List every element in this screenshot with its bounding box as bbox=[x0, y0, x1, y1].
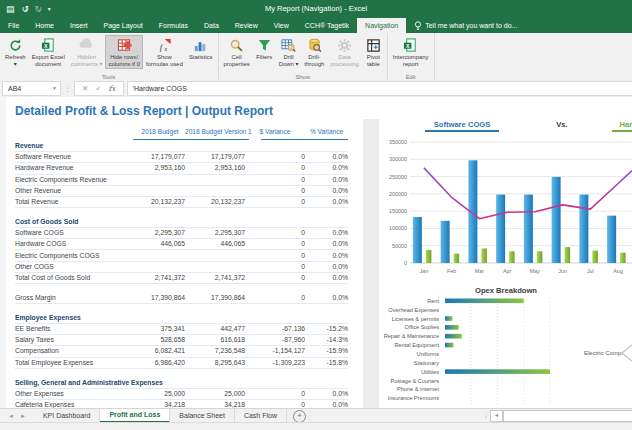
cell-value[interactable]: 0.0% bbox=[305, 251, 348, 261]
table-row-electric-components-cogs[interactable]: Electric Components COGS00.0% bbox=[15, 250, 348, 261]
cell-value[interactable]: 375,341 bbox=[135, 324, 185, 334]
cell-value[interactable]: 0.0% bbox=[305, 228, 348, 238]
cancel-formula-icon[interactable]: ✕ bbox=[82, 84, 88, 93]
table-row-compensation[interactable]: Compensation6,082,4217,236,548-1,154,127… bbox=[15, 346, 348, 357]
ribbon-tab-insert[interactable]: Insert bbox=[62, 18, 96, 33]
ribbon-button-cell[interactable]: Cellproperties bbox=[221, 35, 253, 69]
table-row-salary-taxes[interactable]: Salary Taxes528,658616,618-87,960-14.3% bbox=[15, 335, 348, 346]
cell-value[interactable]: 528,658 bbox=[135, 335, 185, 345]
cell-value[interactable]: 0.0% bbox=[305, 197, 348, 207]
formula-input[interactable]: 'Hardware COGS bbox=[127, 81, 632, 96]
table-row-software-cogs[interactable]: Software COGS2,295,3072,295,30700.0% bbox=[15, 228, 348, 239]
table-row-other-expenses[interactable]: Other Expenses25,00025,00000.0% bbox=[15, 389, 348, 400]
name-box[interactable]: AB4 ▼ bbox=[2, 81, 61, 96]
cell-value[interactable]: -87,960 bbox=[245, 335, 305, 345]
cell-value[interactable]: 0.0% bbox=[305, 186, 348, 196]
ribbon-tab-home[interactable]: Home bbox=[27, 18, 62, 33]
cell-value[interactable]: 0.0% bbox=[305, 262, 348, 272]
enter-formula-icon[interactable]: ✓ bbox=[95, 84, 101, 93]
cell-value[interactable]: 0 bbox=[245, 197, 305, 207]
ribbon-button-hidden[interactable]: Hiddencomments ▾ bbox=[68, 35, 106, 69]
cell-value[interactable]: 0.0% bbox=[305, 389, 348, 399]
cell-value[interactable]: 2,741,372 bbox=[185, 273, 245, 283]
table-row-other-revenue[interactable]: Other Revenue00.0% bbox=[15, 186, 348, 197]
cell-value[interactable]: 0 bbox=[245, 228, 305, 238]
sheet-tab-cash-flow[interactable]: Cash Flow bbox=[235, 409, 287, 423]
sheet-tab-balance-sheet[interactable]: Balance Sheet bbox=[170, 409, 235, 423]
cell-value[interactable]: 17,390,864 bbox=[135, 293, 185, 303]
table-row-total-employee-expenses[interactable]: Total Employee Expenses6,986,4208,295,64… bbox=[15, 358, 348, 369]
ribbon-button-intercompany[interactable]: XIntercompanyreport bbox=[390, 35, 432, 69]
ribbon-button-drill[interactable]: Drill-through bbox=[301, 35, 327, 69]
cell-value[interactable]: 6,986,420 bbox=[135, 358, 185, 368]
cell-value[interactable]: 0 bbox=[245, 389, 305, 399]
sheet-next-icon[interactable]: ► bbox=[20, 413, 26, 419]
cell-value[interactable]: 2,295,307 bbox=[185, 228, 245, 238]
ribbon-button-refresh[interactable]: Refresh▾ bbox=[2, 35, 29, 69]
cell-value[interactable]: 2,295,307 bbox=[135, 228, 185, 238]
cell-value[interactable]: 25,000 bbox=[185, 389, 245, 399]
ribbon-tab-cch-tagetik[interactable]: CCH® Tagetik bbox=[297, 18, 357, 33]
name-box-dropdown-icon[interactable]: ▼ bbox=[52, 82, 57, 95]
ribbon-tab-view[interactable]: View bbox=[266, 18, 297, 33]
ribbon-button-statistics[interactable]: Statistics bbox=[186, 35, 216, 63]
table-row-ee-benefits[interactable]: EE Benefits375,341442,477-67,136-15.2% bbox=[15, 324, 348, 335]
cell-value[interactable]: -15.8% bbox=[305, 358, 348, 368]
scrollbar-thumb[interactable] bbox=[503, 410, 632, 422]
cell-value[interactable]: -1,309,223 bbox=[245, 358, 305, 368]
cell-value[interactable]: 0 bbox=[245, 251, 305, 261]
ribbon-button-export-excel[interactable]: XExport Exceldocument bbox=[29, 35, 68, 69]
cell-value[interactable]: 0.0% bbox=[305, 293, 348, 303]
cell-value[interactable]: 0 bbox=[245, 186, 305, 196]
cell-value[interactable]: 0 bbox=[245, 262, 305, 272]
cell-value[interactable]: 17,179,077 bbox=[185, 152, 245, 162]
ribbon-tab-formulas[interactable]: Formulas bbox=[151, 18, 196, 33]
ribbon-tab-file[interactable]: File bbox=[0, 18, 27, 33]
ribbon-button-show[interactable]: fxShowformulas used bbox=[143, 35, 186, 69]
cell-value[interactable]: 616,618 bbox=[185, 335, 245, 345]
cell-value[interactable]: 2,741,372 bbox=[135, 273, 185, 283]
ribbon-tab-page-layout[interactable]: Page Layout bbox=[95, 18, 150, 33]
ribbon-tab-navigation[interactable]: Navigation bbox=[357, 18, 406, 33]
cell-value[interactable]: 0.0% bbox=[305, 273, 348, 283]
table-row-other-cogs[interactable]: Other COGS00.0% bbox=[15, 262, 348, 273]
cell-value[interactable]: 0.0% bbox=[305, 152, 348, 162]
table-row-total-revenue[interactable]: Total Revenue20,132,23720,132,23700.0% bbox=[15, 197, 348, 208]
cell-value[interactable]: 7,236,548 bbox=[185, 346, 245, 356]
cell-value[interactable]: 446,065 bbox=[135, 239, 185, 249]
table-row-software-revenue[interactable]: Software Revenue17,179,07717,179,07700.0… bbox=[15, 152, 348, 163]
cell-value[interactable]: 25,000 bbox=[135, 389, 185, 399]
cell-value[interactable]: 0 bbox=[245, 152, 305, 162]
cell-value[interactable]: 446,065 bbox=[185, 239, 245, 249]
cell-value[interactable]: 0.0% bbox=[305, 175, 348, 185]
cell-value[interactable]: -15.2% bbox=[305, 324, 348, 334]
cell-value[interactable]: -1,154,127 bbox=[245, 346, 305, 356]
cell-value[interactable]: -14.3% bbox=[305, 335, 348, 345]
sheet-prev-icon[interactable]: ◄ bbox=[8, 413, 14, 419]
cell-value[interactable]: 6,082,421 bbox=[135, 346, 185, 356]
table-row-gross-margin[interactable]: Gross Margin17,390,86417,390,86400.0% bbox=[15, 293, 348, 304]
table-row-electric-components-revenue[interactable]: Electric Components Revenue00.0% bbox=[15, 175, 348, 186]
ribbon-button-pivot[interactable]: Pivottable bbox=[362, 35, 385, 69]
insert-function-icon[interactable]: f𝑥 bbox=[109, 84, 116, 93]
tell-me-box[interactable]: Tell me what you want to do... bbox=[406, 18, 525, 33]
cell-value[interactable]: 2,953,160 bbox=[135, 163, 185, 173]
cell-value[interactable]: 0.0% bbox=[305, 239, 348, 249]
cell-value[interactable]: 0 bbox=[245, 163, 305, 173]
ribbon-button-filters[interactable]: Filters bbox=[253, 35, 276, 63]
cell-value[interactable]: 0 bbox=[245, 239, 305, 249]
cell-value[interactable]: 442,477 bbox=[185, 324, 245, 334]
cell-value[interactable]: 0 bbox=[245, 175, 305, 185]
sheet-tab-kpi-dashboard[interactable]: KPI Dashboard bbox=[34, 409, 100, 423]
cell-value[interactable]: -67,136 bbox=[245, 324, 305, 334]
table-row-total-cost-of-goods-sold[interactable]: Total Cost of Goods Sold2,741,3722,741,3… bbox=[15, 273, 348, 284]
cell-value[interactable]: 17,390,864 bbox=[185, 293, 245, 303]
cell-value[interactable]: 20,132,237 bbox=[185, 197, 245, 207]
ribbon-button-drill[interactable]: DrillDown ▾ bbox=[276, 35, 302, 69]
cell-value[interactable]: 20,132,237 bbox=[135, 197, 185, 207]
cell-value[interactable]: 0 bbox=[245, 293, 305, 303]
cell-value[interactable]: 0 bbox=[245, 273, 305, 283]
cell-value[interactable]: -15.9% bbox=[305, 346, 348, 356]
scroll-left-icon[interactable]: ◄ bbox=[490, 410, 503, 422]
ribbon-button-data[interactable]: Dataprocessing bbox=[327, 35, 362, 69]
